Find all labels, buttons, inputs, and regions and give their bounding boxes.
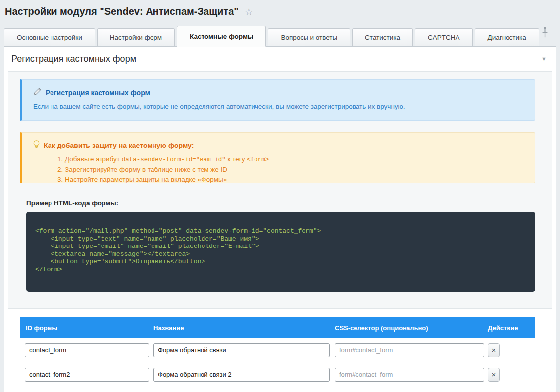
howto-title: Как добавить защиту на кастомную форму: [44,142,194,149]
page-title: Настройки модуля "Sendev: Антиспам-Защит… [5,6,239,17]
code-example-block: <form action="/mail.php" method="post" d… [26,212,535,292]
delete-row-button[interactable]: × [488,343,500,357]
pin-icon[interactable] [542,27,548,40]
howto-step: Зарегистрируйте форму в таблице ниже с т… [65,165,525,175]
tab-statistics[interactable]: Статистика [352,28,413,46]
pencil-icon [33,87,42,98]
delete-row-button[interactable]: × [488,368,500,382]
step-text: Добавьте атрибут [65,155,122,163]
howto-title-row: Как добавить защиту на кастомную форму: [33,140,525,151]
col-header-name: Название [148,324,329,332]
howto-steps: Добавьте атрибут data-sendev-form-id="ва… [33,154,525,185]
tab-form-settings[interactable]: Настройки форм [97,28,175,46]
form-name-input[interactable] [153,368,330,382]
tab-bar: Основные настройки Настройки форм Кастом… [0,22,560,46]
step-text: Настройте параметры защиты на вкладке «Ф… [65,176,227,183]
howto-box: Как добавить защиту на кастомную форму: … [20,132,535,183]
info-box-title: Регистрация кастомных форм [46,89,150,97]
table-header-row: ID формы Название CSS-селектор (опционал… [20,317,535,338]
form-id-input[interactable] [25,368,149,382]
table-bottom-divider [20,387,535,387]
content-panel: Регистрация кастомных форм ▼ Регистрация… [4,46,556,392]
col-header-form-id: ID формы [20,324,148,332]
tab-faq[interactable]: Вопросы и ответы [268,28,350,46]
info-box-text: Если на вашем сайте есть формы, которые … [33,103,525,110]
tab-captcha[interactable]: CAPTCHA [415,28,473,46]
form-name-input[interactable] [153,343,330,357]
tab-main-settings[interactable]: Основные настройки [4,28,95,46]
registration-info-box: Регистрация кастомных форм Если на вашем… [20,79,535,121]
step-text: к тегу [226,155,247,163]
collapse-chevron-icon[interactable]: ▼ [541,56,547,62]
css-selector-input[interactable] [335,343,484,357]
custom-forms-table: ID формы Название CSS-селектор (опционал… [20,317,535,387]
tab-diagnostics[interactable]: Диагностика [475,28,539,46]
step-code: data-sendev-form-id="ваш_id" [122,156,226,163]
table-row: × [20,338,535,362]
code-line: <textarea name="message"></textarea> [35,250,525,258]
howto-step: Настройте параметры защиты на вкладке «Ф… [65,175,525,185]
code-line: <button type="submit">Отправить</button> [35,258,525,266]
table-row: × [20,362,535,387]
code-line: <input type="text" name="name" placehold… [35,235,525,243]
step-text: Зарегистрируйте форму в таблице ниже с т… [65,166,227,173]
section-header: Регистрация кастомных форм ▼ [4,47,556,71]
col-header-action: Действие [482,324,535,332]
css-selector-input[interactable] [335,368,484,382]
col-header-css-selector: CSS-селектор (опционально) [329,324,482,332]
code-example-label: Пример HTML-кода формы: [26,199,535,207]
tab-custom-forms[interactable]: Кастомные формы [177,26,266,47]
info-box-title-row: Регистрация кастомных форм [33,87,525,98]
code-line: <input type="email" name="email" placeho… [35,243,525,250]
section-title: Регистрация кастомных форм [11,54,136,64]
code-line: </form> [35,266,525,274]
code-line: <form action="/mail.php" method="post" d… [35,227,525,235]
lightbulb-icon [33,140,40,151]
favorite-star-icon[interactable]: ☆ [245,7,253,17]
step-code: <form> [247,156,269,163]
section-body: Регистрация кастомных форм Если на вашем… [8,71,552,309]
title-bar: Настройки модуля "Sendev: Антиспам-Защит… [0,0,560,22]
howto-step: Добавьте атрибут data-sendev-form-id="ва… [65,154,525,165]
form-id-input[interactable] [25,343,149,357]
